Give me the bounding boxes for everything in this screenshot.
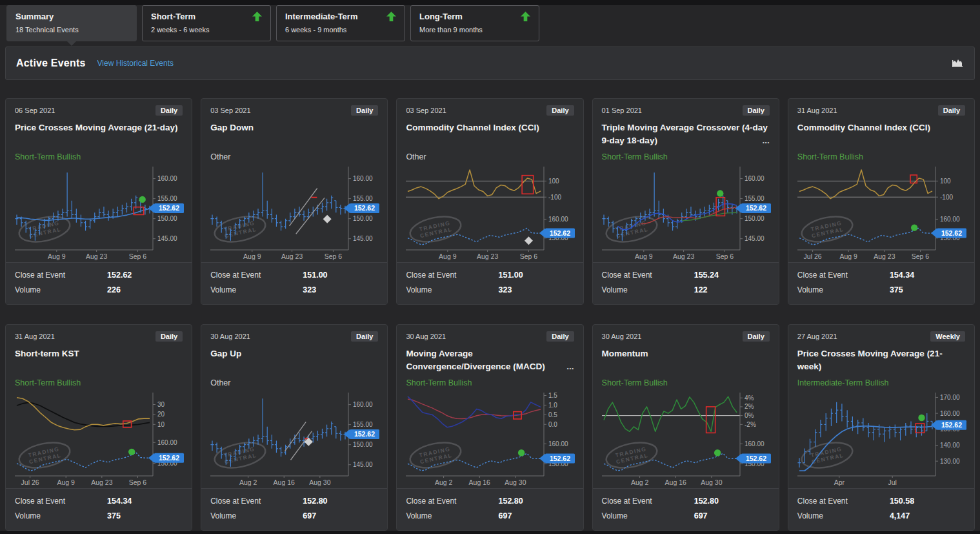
event-card-10[interactable]: 27 Aug 2021 Weekly Price Crosses Moving … <box>788 324 975 531</box>
svg-text:160.00: 160.00 <box>940 410 960 417</box>
svg-text:150.00: 150.00 <box>745 215 765 222</box>
event-mini-chart: TRADINGCENTRALJul 26Aug 9Aug 23Sep 63020… <box>15 391 185 487</box>
event-card-8[interactable]: 30 Aug 2021 Daily Moving Average Converg… <box>396 324 583 531</box>
svg-text:152.62: 152.62 <box>746 204 766 212</box>
event-card-4[interactable]: 01 Sep 2021 Daily Triple Moving Average … <box>592 98 779 305</box>
event-mini-chart: TRADINGCENTRALAug 2Aug 16Aug 30160.00155… <box>210 391 381 487</box>
event-card-3[interactable]: 03 Sep 2021 Daily Commodity Channel Inde… <box>396 98 583 305</box>
period-badge: Daily <box>938 105 965 116</box>
svg-text:145.00: 145.00 <box>157 235 177 242</box>
event-mini-chart: TRADINGCENTRALAug 9Aug 23Sep 6100-100160… <box>406 165 576 261</box>
svg-text:160.00: 160.00 <box>353 175 373 182</box>
volume-label: Volume <box>797 283 890 298</box>
event-card-6[interactable]: 31 Aug 2021 Daily Short-term KST... Shor… <box>5 324 192 531</box>
event-date: 01 Sep 2021 <box>602 107 642 114</box>
event-classification: Intermediate-Term Bullish <box>788 378 974 389</box>
close-at-event-value: 155.24 <box>694 268 770 283</box>
event-card-9[interactable]: 30 Aug 2021 Daily Momentum... Short-Term… <box>592 324 779 531</box>
svg-text:145.00: 145.00 <box>353 461 373 468</box>
svg-text:152.62: 152.62 <box>354 204 375 212</box>
close-at-event-value: 151.00 <box>499 268 574 283</box>
event-card-5[interactable]: 31 Aug 2021 Daily Commodity Channel Inde… <box>788 98 975 305</box>
period-badge: Daily <box>743 105 770 116</box>
event-mini-chart: TRADINGCENTRALAug 9Aug 23Sep 6160.00155.… <box>602 165 772 261</box>
period-badge: Daily <box>155 331 183 342</box>
tab-subtitle: More than 9 months <box>419 26 530 34</box>
volume-value: 122 <box>694 283 770 298</box>
up-arrow-icon <box>521 12 530 21</box>
event-mini-chart: TRADINGCENTRALJul 26Aug 9Aug 23Sep 6100-… <box>797 165 968 261</box>
svg-text:Aug 2: Aug 2 <box>239 478 257 486</box>
event-date: 06 Sep 2021 <box>15 107 55 114</box>
event-card-7[interactable]: 30 Aug 2021 Daily Gap Up... Other TRADIN… <box>201 324 388 531</box>
svg-text:1.0: 1.0 <box>548 402 557 409</box>
svg-text:Sep 6: Sep 6 <box>715 252 734 260</box>
svg-text:155.00: 155.00 <box>157 195 177 202</box>
svg-text:Jul 26: Jul 26 <box>21 478 39 486</box>
svg-text:-100: -100 <box>548 194 561 201</box>
event-date: 30 Aug 2021 <box>210 333 250 340</box>
event-card-2[interactable]: 03 Sep 2021 Daily Gap Down... Other TRAD… <box>201 98 388 305</box>
svg-text:Jul: Jul <box>888 478 896 486</box>
event-title: Gap Down... <box>201 121 387 147</box>
close-at-event-value: 152.80 <box>303 494 378 509</box>
svg-text:145.00: 145.00 <box>353 235 373 242</box>
svg-text:Aug 30: Aug 30 <box>701 478 722 486</box>
close-at-event-value: 150.58 <box>890 494 965 509</box>
area-chart-icon[interactable] <box>951 58 964 68</box>
event-title: Price Crosses Moving Average (21-day)... <box>6 121 192 147</box>
svg-text:20: 20 <box>157 411 165 418</box>
svg-text:Aug 9: Aug 9 <box>243 252 261 260</box>
event-stats: Close at Event 150.58 Volume 4,147 <box>788 488 974 530</box>
close-at-event-label: Close at Event <box>15 268 107 283</box>
close-at-event-label: Close at Event <box>406 494 498 509</box>
svg-text:Aug 23: Aug 23 <box>86 252 107 260</box>
volume-value: 323 <box>499 283 574 298</box>
top-strip <box>0 0 980 5</box>
tab-summary[interactable]: Summary 18 Technical Events <box>6 5 137 41</box>
period-badge: Daily <box>743 331 770 342</box>
tab-subtitle: 2 weeks - 6 weeks <box>151 26 262 34</box>
svg-text:Aug 23: Aug 23 <box>477 252 498 260</box>
svg-text:0%: 0% <box>745 412 754 419</box>
svg-text:140.00: 140.00 <box>940 442 960 449</box>
event-classification: Other <box>201 378 387 389</box>
period-badge: Daily <box>546 331 574 342</box>
tab-title: Intermediate-Term <box>285 12 357 21</box>
period-badge: Daily <box>351 105 378 116</box>
svg-text:-2%: -2% <box>745 421 756 428</box>
tab-long-term[interactable]: Long-Term More than 9 months <box>410 5 539 41</box>
term-tabs: Summary 18 Technical Events Short-Term 2… <box>0 5 980 41</box>
tab-subtitle: 6 weeks - 9 months <box>285 26 396 34</box>
view-historical-events-link[interactable]: View Historical Events <box>97 59 174 68</box>
event-mini-chart: TRADINGCENTRALAug 9Aug 23Sep 6160.00155.… <box>15 165 185 261</box>
up-arrow-icon <box>252 12 262 21</box>
volume-label: Volume <box>210 283 303 298</box>
event-mini-chart: TRADINGCENTRALAprJul170.00160.00150.0014… <box>797 391 968 487</box>
event-stats: Close at Event 152.80 Volume 697 <box>593 488 779 530</box>
bottom-strip <box>0 531 980 534</box>
event-date: 30 Aug 2021 <box>602 333 642 340</box>
svg-text:160.00: 160.00 <box>745 440 765 447</box>
event-classification: Short-Term Bullish <box>397 378 583 389</box>
event-classification: Short-Term Bullish <box>6 378 192 389</box>
close-at-event-value: 152.80 <box>694 494 770 509</box>
active-events-title: Active Events <box>16 57 86 69</box>
event-date: 27 Aug 2021 <box>797 333 837 340</box>
event-stats: Close at Event 151.00 Volume 323 <box>201 262 387 304</box>
event-card-1[interactable]: 06 Sep 2021 Daily Price Crosses Moving A… <box>5 98 192 305</box>
svg-text:0.0: 0.0 <box>548 421 557 428</box>
volume-value: 4,147 <box>890 509 965 524</box>
svg-text:155.00: 155.00 <box>353 195 373 202</box>
svg-text:152.62: 152.62 <box>159 454 179 462</box>
svg-text:160.00: 160.00 <box>548 216 568 223</box>
volume-label: Volume <box>406 283 498 298</box>
event-title: Triple Moving Average Crossover (4-day 9… <box>593 121 779 147</box>
event-stats: Close at Event 155.24 Volume 122 <box>593 262 779 304</box>
close-at-event-label: Close at Event <box>15 494 107 509</box>
svg-text:Sep 6: Sep 6 <box>520 252 538 260</box>
tab-intermediate-term[interactable]: Intermediate-Term 6 weeks - 9 months <box>276 5 405 41</box>
tab-short-term[interactable]: Short-Term 2 weeks - 6 weeks <box>142 5 271 41</box>
close-at-event-label: Close at Event <box>602 268 694 283</box>
volume-label: Volume <box>602 283 694 298</box>
